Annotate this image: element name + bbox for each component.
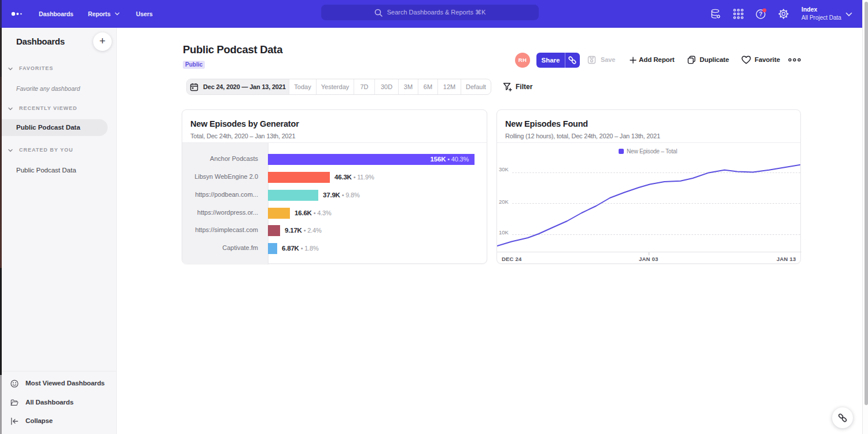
svg-text:?: ?	[759, 11, 762, 17]
